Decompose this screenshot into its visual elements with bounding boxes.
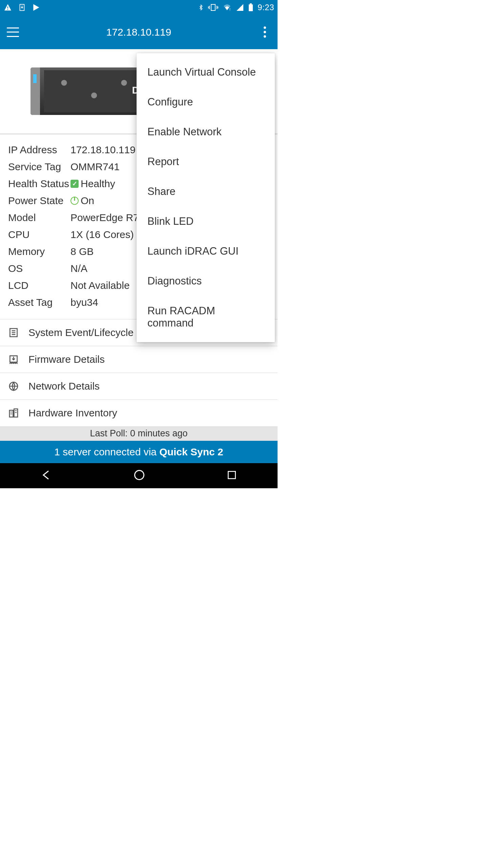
value-health: Healthy (81, 178, 115, 190)
label-power: Power State (8, 195, 70, 206)
footer-link[interactable]: Quick Sync 2 (159, 446, 223, 457)
svg-rect-3 (211, 4, 215, 11)
menu-item-run-racadm[interactable]: Run RACADM command (137, 296, 275, 338)
svg-rect-6 (250, 3, 252, 4)
toolbar-title: 172.18.10.119 (19, 26, 259, 38)
vibrate-icon (208, 3, 218, 12)
menu-item-enable-network[interactable]: Enable Network (137, 117, 275, 147)
list-item-label: System Event/Lifecycle (28, 327, 134, 338)
menu-item-report[interactable]: Report (137, 147, 275, 177)
value-asset-tag: byu34 (70, 297, 98, 308)
value-cpu: 1X (16 Cores) (70, 229, 134, 240)
list-item-label: Hardware Inventory (28, 407, 117, 419)
svg-rect-0 (7, 6, 8, 8)
label-service-tag: Service Tag (8, 161, 70, 173)
list-item-label: Network Details (28, 380, 100, 392)
menu-item-blink-led[interactable]: Blink LED (137, 206, 275, 236)
label-memory: Memory (8, 246, 70, 257)
label-ip: IP Address (8, 144, 70, 156)
menu-item-configure[interactable]: Configure (137, 87, 275, 117)
svg-rect-5 (249, 4, 253, 11)
menu-item-diagnostics[interactable]: Diagnostics (137, 266, 275, 296)
menu-item-share[interactable]: Share (137, 177, 275, 206)
label-lcd: LCD (8, 280, 70, 291)
check-icon (70, 180, 79, 188)
label-health: Health Status (8, 178, 70, 190)
android-status-bar: ! 9:23 (0, 0, 278, 15)
back-icon[interactable] (40, 469, 53, 482)
value-os: N/A (70, 263, 87, 274)
svg-rect-1 (7, 9, 8, 10)
battery-icon (248, 3, 253, 12)
overflow-menu: Launch Virtual Console Configure Enable … (137, 53, 275, 342)
menu-item-launch-console[interactable]: Launch Virtual Console (137, 57, 275, 87)
home-icon[interactable] (133, 469, 145, 482)
label-cpu: CPU (8, 229, 70, 240)
label-os: OS (8, 263, 70, 274)
label-asset-tag: Asset Tag (8, 297, 70, 308)
value-memory: 8 GB (70, 246, 94, 257)
menu-icon[interactable] (7, 27, 19, 37)
list-item-network[interactable]: Network Details (0, 373, 278, 400)
cell-signal-icon (236, 3, 244, 12)
download-icon (18, 3, 26, 12)
footer-text: 1 server connected via (54, 446, 159, 457)
log-icon (8, 327, 19, 338)
power-icon (70, 197, 79, 205)
label-model: Model (8, 212, 70, 223)
network-icon (8, 381, 19, 392)
svg-rect-13 (228, 472, 235, 479)
menu-item-launch-idrac[interactable]: Launch iDRAC GUI (137, 236, 275, 266)
hardware-icon (8, 408, 19, 418)
value-lcd: Not Available (70, 280, 130, 291)
value-model: PowerEdge R74 (70, 212, 144, 223)
svg-point-12 (135, 471, 144, 480)
list-item-label: Firmware Details (28, 354, 105, 365)
value-ip: 172.18.10.119 (70, 144, 136, 156)
warning-icon (3, 3, 12, 12)
last-poll-text: Last Poll: 0 minutes ago (0, 426, 278, 441)
app-toolbar: 172.18.10.119 (0, 15, 278, 49)
list-item-firmware[interactable]: Firmware Details (0, 346, 278, 373)
bluetooth-icon (198, 3, 204, 12)
svg-text:!: ! (229, 7, 230, 12)
value-power: On (81, 195, 94, 206)
overflow-icon[interactable] (259, 26, 271, 38)
status-clock: 9:23 (258, 3, 274, 12)
play-store-icon (32, 3, 41, 12)
recent-icon[interactable] (226, 470, 237, 482)
wifi-alert-icon: ! (222, 3, 232, 12)
list-item-hardware[interactable]: Hardware Inventory (0, 400, 278, 426)
firmware-icon (8, 354, 19, 365)
android-nav-bar (0, 463, 278, 488)
svg-rect-11 (14, 409, 18, 417)
value-service-tag: OMMR741 (70, 161, 120, 173)
footer-bar: 1 server connected via Quick Sync 2 (0, 441, 278, 463)
